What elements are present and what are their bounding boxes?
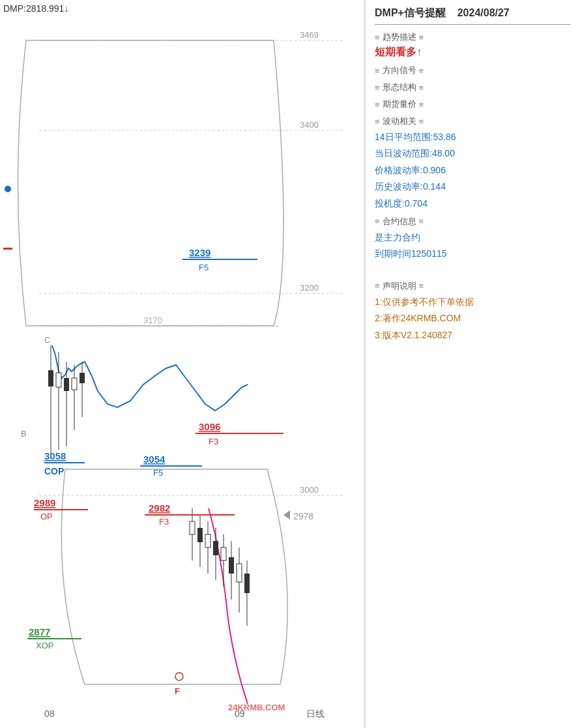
info-title-text: DMP+信号提醒 (375, 7, 446, 18)
svg-text:2982: 2982 (149, 502, 170, 514)
svg-text:3400: 3400 (300, 120, 319, 130)
svg-text:F3: F3 (159, 517, 169, 527)
speculation-degree: 投机度:0.704 (375, 196, 571, 211)
svg-text:C: C (44, 335, 50, 345)
svg-text:3170: 3170 (143, 315, 162, 325)
expiry-date: 到期时间1250115 (375, 246, 571, 261)
section-contract: 合约信息 (375, 216, 571, 227)
svg-rect-16 (56, 373, 61, 387)
svg-text:F3: F3 (209, 437, 218, 446)
svg-text:日线: 日线 (306, 708, 325, 719)
svg-rect-14 (48, 370, 53, 386)
dmp-label: DMP:2818.991↓ (3, 3, 68, 14)
info-date: 2024/08/27 (457, 7, 510, 18)
svg-rect-20 (72, 378, 77, 390)
svg-rect-36 (237, 564, 242, 582)
svg-rect-0 (0, 0, 365, 728)
svg-point-68 (5, 186, 11, 192)
disclaimer-3: 3:版本V2.1.240827 (375, 328, 571, 342)
info-panel-title: DMP+信号提醒 2024/08/27 (375, 7, 571, 25)
svg-rect-26 (197, 528, 203, 542)
svg-rect-69 (3, 248, 12, 250)
info-panel: DMP+信号提醒 2024/08/27 趋势描述 短期看多↑ 方向信号 形态结构… (365, 0, 580, 728)
svg-text:F5: F5 (199, 263, 209, 272)
svg-text:3054: 3054 (143, 454, 166, 465)
trend-value: 短期看多↑ (375, 46, 571, 59)
svg-text:08: 08 (44, 708, 55, 719)
svg-rect-28 (205, 534, 210, 547)
daily-range: 当日波动范围:48.00 (375, 146, 571, 160)
disclaimer-1: 1:仅供参考不作下单依据 (375, 295, 571, 309)
price-volatility: 价格波动率:0.906 (375, 163, 571, 177)
svg-text:F: F (175, 686, 180, 696)
historical-volatility: 历史波动率:0.144 (375, 179, 571, 194)
svg-rect-38 (244, 574, 250, 593)
section-pattern: 形态结构 (375, 81, 571, 93)
section-trend: 趋势描述 (375, 31, 571, 43)
svg-text:3000: 3000 (300, 485, 319, 495)
svg-text:B: B (21, 429, 27, 439)
svg-text:24KRMB.COM: 24KRMB.COM (228, 703, 285, 712)
section-disclaimer: 声明说明 (375, 280, 571, 292)
svg-rect-22 (80, 373, 85, 383)
chart-panel: DMP:2818.991↓ 3469 3400 3200 3170 3000 C… (0, 0, 365, 728)
svg-rect-18 (64, 378, 69, 391)
svg-text:XOP: XOP (36, 641, 53, 650)
svg-text:OP: OP (40, 512, 53, 521)
avg-range-14: 14日平均范围:53.86 (375, 130, 571, 144)
disclaimer-2: 2:著作24KRMB.COM (375, 311, 571, 325)
svg-text:F5: F5 (153, 468, 163, 478)
svg-text:2989: 2989 (34, 497, 55, 508)
svg-text:3200: 3200 (300, 283, 319, 293)
svg-text:3239: 3239 (189, 247, 210, 258)
svg-rect-32 (221, 547, 226, 561)
section-volatility: 波动相关 (375, 115, 571, 127)
svg-rect-34 (229, 557, 234, 574)
main-contract: 是主力合约 (375, 230, 571, 244)
svg-text:2877: 2877 (29, 626, 50, 637)
svg-text:3058: 3058 (44, 450, 66, 461)
svg-text:2978: 2978 (293, 511, 313, 521)
svg-rect-24 (190, 521, 195, 534)
section-direction: 方向信号 (375, 65, 571, 76)
section-futures: 期货量价 (375, 98, 571, 110)
svg-text:COP: COP (44, 466, 64, 476)
svg-rect-30 (213, 541, 218, 555)
svg-text:3096: 3096 (199, 421, 220, 432)
svg-text:3469: 3469 (300, 30, 319, 40)
